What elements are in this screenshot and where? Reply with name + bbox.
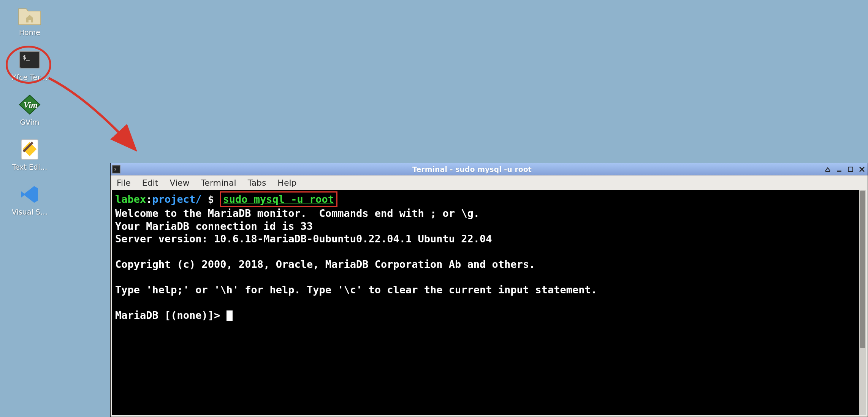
- desktop-icon-visual-studio[interactable]: Visual S…: [7, 183, 52, 216]
- output-line: Your MariaDB connection id is 33: [115, 220, 313, 232]
- desktop-icon-label: Text Edi…: [12, 163, 48, 171]
- window-app-icon: $: [112, 165, 120, 173]
- desktop-icon-label: Visual S…: [12, 208, 48, 216]
- desktop-icon-text-editor[interactable]: Text Edi…: [7, 138, 52, 171]
- prompt-path: project/: [152, 193, 202, 205]
- terminal-icon: $_: [17, 49, 43, 71]
- menu-help[interactable]: Help: [277, 178, 296, 188]
- svg-text:$: $: [114, 167, 116, 171]
- desktop-icons: Home $_ Xfce Ter… Vim GVim Text Ed: [7, 4, 52, 216]
- desktop-icon-xfce-terminal[interactable]: $_ Xfce Ter…: [7, 49, 52, 81]
- prompt-symbol: $: [208, 193, 214, 205]
- desktop-icon-label: Home: [19, 28, 40, 37]
- output-line: Type 'help;' or '\h' for help. Type '\c'…: [115, 284, 597, 296]
- text-editor-icon: [17, 138, 43, 161]
- window-controls: [824, 165, 866, 173]
- db-prompt: MariaDB [(none)]>: [115, 309, 227, 321]
- annotation-arrow-icon: [45, 74, 144, 162]
- desktop-icon-gvim[interactable]: Vim GVim: [7, 94, 52, 126]
- menu-view[interactable]: View: [169, 178, 189, 188]
- prompt-host: labex: [115, 193, 146, 205]
- desktop-icon-label: Xfce Ter…: [12, 73, 48, 81]
- svg-rect-12: [848, 167, 853, 172]
- menu-terminal[interactable]: Terminal: [201, 178, 236, 188]
- output-line: Copyright (c) 2000, 2018, Oracle, MariaD…: [115, 258, 535, 270]
- menu-file[interactable]: File: [117, 178, 131, 188]
- command-highlight: sudo mysql -u root: [220, 191, 337, 207]
- menu-edit[interactable]: Edit: [142, 178, 158, 188]
- scrollbar-thumb[interactable]: [860, 191, 865, 348]
- terminal-output[interactable]: labex:project/ $ sudo mysql -u root Welc…: [112, 190, 858, 415]
- window-close-button[interactable]: [858, 165, 866, 173]
- menu-tabs[interactable]: Tabs: [248, 178, 266, 188]
- output-line: Welcome to the MariaDB monitor. Commands…: [115, 207, 480, 219]
- svg-text:$_: $_: [23, 54, 30, 61]
- window-title: Terminal - sudo mysql -u root: [123, 165, 821, 173]
- menubar: File Edit View Terminal Tabs Help: [111, 175, 868, 190]
- desktop-icon-label: GVim: [20, 118, 39, 126]
- window-titlebar[interactable]: $ Terminal - sudo mysql -u root: [111, 163, 868, 175]
- svg-text:Vim: Vim: [24, 100, 38, 110]
- gvim-icon: Vim: [17, 94, 43, 116]
- cursor-icon: [227, 310, 233, 321]
- output-line: Server version: 10.6.18-MariaDB-0ubuntu0…: [115, 233, 492, 245]
- window-maximize-button[interactable]: [846, 165, 855, 173]
- window-minimize-button[interactable]: [835, 165, 843, 173]
- folder-home-icon: [17, 4, 43, 26]
- window-shade-button[interactable]: [824, 165, 832, 173]
- vscode-icon: [17, 183, 43, 205]
- command-text: sudo mysql -u root: [223, 193, 334, 205]
- desktop-icon-home[interactable]: Home: [7, 4, 52, 37]
- terminal-scrollbar[interactable]: [859, 190, 866, 415]
- terminal-body[interactable]: labex:project/ $ sudo mysql -u root Welc…: [112, 190, 866, 415]
- terminal-window: $ Terminal - sudo mysql -u root File Edi…: [110, 163, 868, 417]
